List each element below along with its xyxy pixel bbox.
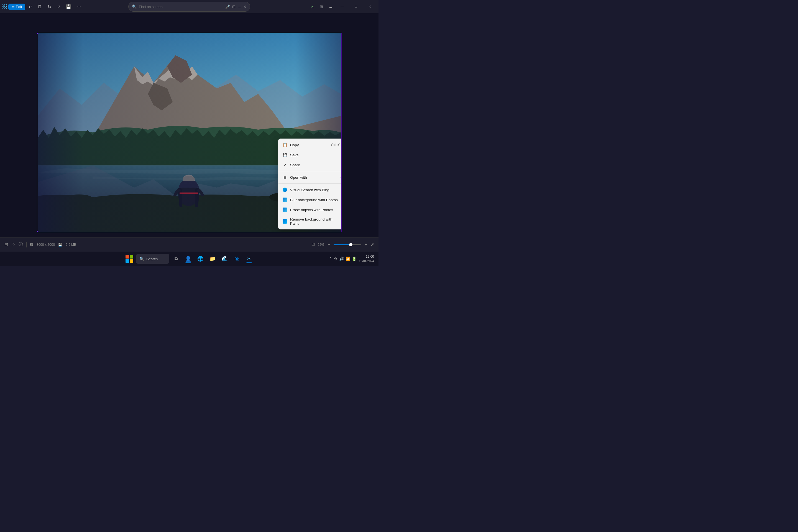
undo-button[interactable]: ↩ (26, 2, 34, 11)
save-to-button[interactable]: 💾 (64, 2, 74, 11)
share-label: Share (290, 163, 300, 167)
open-with-label: Open with (290, 175, 307, 179)
taskbar-center: 🔍 Search ⧉ 👤 🌐 📁 🌊 🛍 ✂ (124, 253, 255, 264)
taskbar-right: ⌃ ⚙ 🔊 📶 🔋 12:00 12/01/2024 (329, 254, 374, 263)
copy-icon: 📋 (282, 142, 287, 147)
status-bar: ⊟ ♡ ⓘ 🖼 3000 x 2000 💾 6.9 MB 🖥 62% − + ⤢ (0, 237, 379, 252)
time: 12:00 (359, 254, 374, 259)
task-view-button[interactable]: ⧉ (170, 253, 182, 264)
menu-item-erase-objects[interactable]: Erase objects with Photos (279, 205, 342, 215)
title-bar: 🖼 ✏ Edit ↩ 🗑 ↻ ↗ 💾 ··· 🔍 🎤 ⊞ ··· (0, 0, 379, 13)
info-icon[interactable]: ⓘ (19, 242, 23, 247)
win-logo-q2 (130, 255, 133, 259)
menu-item-open-with[interactable]: ⊞ Open with › (279, 172, 342, 182)
erase-objects-label: Erase objects with Photos (290, 208, 333, 212)
image-container: 📋 Copy Ctrl+C 💾 Save ↗ Share ⊞ Open with… (37, 33, 342, 232)
main-content: 📋 Copy Ctrl+C 💾 Save ↗ Share ⊞ Open with… (0, 13, 379, 252)
menu-item-remove-bg[interactable]: Remove background with Paint (279, 215, 342, 228)
win-logo-q3 (126, 259, 129, 263)
battery-icon[interactable]: 🔋 (352, 256, 357, 261)
context-menu: 📋 Copy Ctrl+C 💾 Save ↗ Share ⊞ Open with… (278, 138, 342, 229)
rotate-button[interactable]: ↻ (45, 2, 54, 11)
close-search-icon[interactable]: ✕ (243, 4, 247, 9)
open-with-icon: ⊞ (282, 175, 287, 180)
snip-indicator (246, 262, 252, 263)
taskbar-app-store[interactable]: 🛍 (231, 253, 243, 264)
edit-label: Edit (16, 5, 22, 9)
photos-erase-icon (282, 207, 287, 212)
copy-label: Copy (290, 143, 299, 147)
menu-item-visual-search[interactable]: Visual Search with Bing (279, 185, 342, 195)
search-bar[interactable]: 🔍 🎤 ⊞ ··· ✕ (128, 2, 250, 12)
menu-item-copy[interactable]: 📋 Copy Ctrl+C (279, 140, 342, 150)
paint-icon (282, 219, 287, 224)
taskbar-app-files[interactable]: 📁 (207, 253, 218, 264)
files-app-icon: 📁 (209, 256, 215, 262)
share-button[interactable]: ↗ (55, 2, 63, 11)
status-right: 🖥 62% − + ⤢ (311, 242, 374, 248)
photos-blur-icon (282, 197, 287, 202)
zoom-out-button[interactable]: − (326, 242, 331, 248)
save-label: Save (290, 153, 299, 157)
system-tray-icon[interactable]: ⌃ (329, 256, 332, 261)
app-indicator (185, 262, 191, 263)
taskbar-search-icon: 🔍 (139, 256, 144, 261)
zoom-in-button[interactable]: + (363, 242, 368, 248)
win-logo-q4 (130, 259, 133, 263)
close-button[interactable]: ✕ (363, 2, 376, 11)
search-icon: 🔍 (132, 4, 137, 9)
maximize-button[interactable]: □ (350, 2, 362, 11)
file-size: 6.9 MB (66, 243, 76, 247)
network-icon[interactable]: 📶 (345, 256, 350, 261)
edit-button[interactable]: ✏ Edit (8, 4, 25, 10)
menu-item-blur-bg[interactable]: Blur background with Photos (279, 195, 342, 205)
screen-icon[interactable]: 🖥 (311, 242, 315, 247)
speaker-icon[interactable]: 🔊 (339, 256, 344, 261)
share-menu-icon: ↗ (282, 163, 287, 167)
taskbar-app-browser[interactable]: 🌐 (195, 253, 206, 264)
file-size-icon: 💾 (58, 243, 62, 247)
favorite-icon[interactable]: ♡ (11, 242, 15, 247)
taskbar-app-edge[interactable]: 🌊 (219, 253, 230, 264)
menu-item-save[interactable]: 💾 Save (279, 150, 342, 160)
menu-item-share[interactable]: ↗ Share (279, 160, 342, 170)
minimize-button[interactable]: — (336, 2, 348, 11)
microphone-icon[interactable]: 🎤 (225, 4, 230, 9)
edge-app-icon: 🌊 (222, 256, 228, 262)
open-with-arrow-icon: › (339, 176, 341, 179)
blur-bg-label: Blur background with Photos (290, 198, 338, 202)
zoom-slider[interactable] (334, 244, 361, 245)
start-button[interactable] (124, 253, 135, 264)
edit-icon: ✏ (12, 5, 15, 9)
taskbar-app-person[interactable]: 👤 (183, 253, 194, 264)
save-to-icon: 💾 (66, 4, 72, 10)
fit-screen-icon[interactable]: ⤢ (370, 242, 374, 247)
settings-icon[interactable]: ⚙ (334, 256, 338, 261)
app-icon: 🖼 (2, 4, 7, 9)
delete-icon: 🗑 (38, 4, 42, 9)
extensions-icon[interactable]: ⊞ (232, 4, 235, 9)
more-search-icon[interactable]: ··· (238, 4, 241, 9)
title-bar-right: ✂ ⊞ ☁ — □ ✕ (309, 2, 376, 11)
taskbar-search-label: Search (146, 257, 158, 261)
delete-button[interactable]: 🗑 (36, 2, 44, 11)
task-view-icon: ⧉ (174, 256, 177, 261)
cloud-button[interactable]: ☁ (326, 3, 335, 11)
more-options-button[interactable]: ··· (75, 2, 83, 11)
copy-shortcut: Ctrl+C (331, 143, 341, 147)
snip-button[interactable]: ✂ (309, 3, 317, 11)
zoom-percent: 62% (318, 243, 324, 247)
date: 12/01/2024 (359, 259, 374, 263)
visual-search-label: Visual Search with Bing (290, 188, 329, 192)
person-app-icon: 👤 (185, 256, 191, 262)
taskbar-app-snip[interactable]: ✂ (244, 253, 255, 264)
clock[interactable]: 12:00 12/01/2024 (359, 254, 374, 263)
windows-logo (126, 255, 133, 263)
taskbar-search[interactable]: 🔍 Search (136, 254, 169, 264)
image-dimensions: 3000 x 2000 (37, 243, 55, 247)
snip-app-icon: ✂ (247, 256, 251, 262)
rotate-icon: ↻ (48, 4, 51, 10)
search-input[interactable] (139, 5, 223, 9)
grid-icon[interactable]: ⊟ (4, 242, 8, 247)
gallery-button[interactable]: ⊞ (318, 3, 325, 11)
